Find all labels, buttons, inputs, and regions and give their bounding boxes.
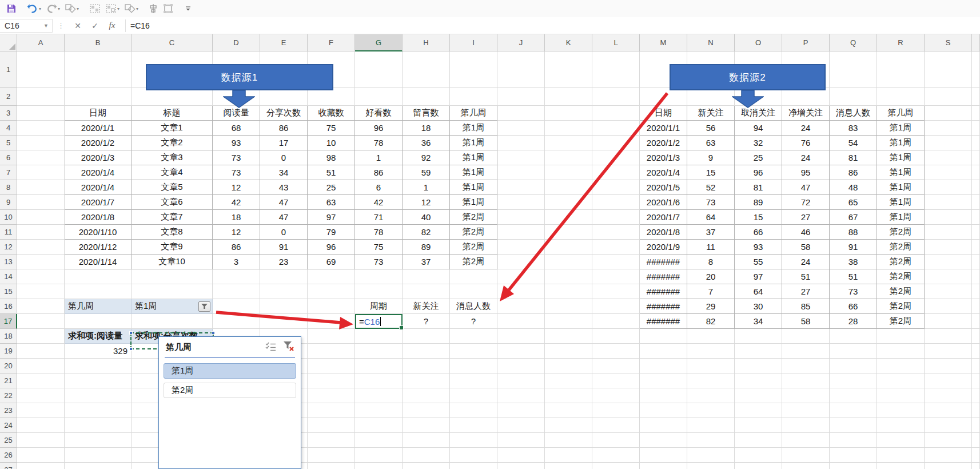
ds1-cell[interactable]: 42 bbox=[355, 195, 403, 210]
cell-F18[interactable] bbox=[308, 329, 355, 344]
cell-M18[interactable] bbox=[640, 329, 687, 344]
column-header-R[interactable]: R bbox=[877, 34, 925, 51]
cell-M25[interactable] bbox=[640, 433, 687, 448]
ds2-cell[interactable]: 67 bbox=[830, 210, 877, 225]
ds1-cell[interactable]: 第1周 bbox=[450, 136, 497, 150]
ds2-cell[interactable]: 95 bbox=[782, 165, 830, 180]
cell-K7[interactable] bbox=[545, 165, 592, 180]
ds1-cell[interactable]: 78 bbox=[355, 225, 403, 240]
cell-G23[interactable] bbox=[355, 403, 403, 418]
ds1-cell[interactable]: 文章7 bbox=[132, 210, 213, 225]
ds2-cell[interactable]: 27 bbox=[782, 284, 830, 299]
cell-N20[interactable] bbox=[687, 359, 735, 373]
cell-N26[interactable] bbox=[687, 448, 735, 463]
cell-K21[interactable] bbox=[545, 373, 592, 388]
cell-A27[interactable] bbox=[17, 463, 65, 469]
cell-I24[interactable] bbox=[450, 418, 497, 433]
cell-S8[interactable] bbox=[925, 180, 972, 195]
cell-E15[interactable] bbox=[260, 284, 308, 299]
shape-subtract-icon[interactable]: ▾ bbox=[122, 2, 140, 15]
ds2-cell[interactable]: 27 bbox=[782, 210, 830, 225]
cell-T22[interactable] bbox=[972, 388, 980, 403]
ds1-cell[interactable]: 36 bbox=[403, 136, 450, 150]
column-header-I[interactable]: I bbox=[450, 34, 497, 51]
cell-Q1[interactable] bbox=[830, 51, 877, 88]
cell-Q24[interactable] bbox=[830, 418, 877, 433]
cell-N21[interactable] bbox=[687, 373, 735, 388]
cell-G1[interactable] bbox=[355, 51, 403, 88]
ds2-cell[interactable]: 88 bbox=[830, 225, 877, 240]
cell-K5[interactable] bbox=[545, 136, 592, 150]
ds2-cell[interactable]: 7 bbox=[687, 284, 735, 299]
ds1-cell[interactable]: 59 bbox=[403, 165, 450, 180]
cell-G25[interactable] bbox=[355, 433, 403, 448]
ds2-cell[interactable]: 93 bbox=[735, 240, 782, 255]
cell-S19[interactable] bbox=[925, 344, 972, 359]
ds2-cell[interactable]: 66 bbox=[735, 225, 782, 240]
ds2-cell[interactable]: 24 bbox=[782, 150, 830, 165]
ds1-cell[interactable]: 18 bbox=[403, 121, 450, 136]
cell-A13[interactable] bbox=[17, 255, 65, 269]
cell-I25[interactable] bbox=[450, 433, 497, 448]
ds1-cell[interactable]: 第2周 bbox=[450, 240, 497, 255]
query-cell-I17[interactable]: ? bbox=[450, 314, 497, 329]
cell-A3[interactable] bbox=[17, 106, 65, 121]
cell-L4[interactable] bbox=[592, 121, 640, 136]
row-header-22[interactable]: 22 bbox=[0, 388, 17, 403]
cell-G18[interactable] bbox=[355, 329, 403, 344]
row-header-15[interactable]: 15 bbox=[0, 284, 17, 299]
cell-J19[interactable] bbox=[497, 344, 545, 359]
cell-S9[interactable] bbox=[925, 195, 972, 210]
ds2-cell[interactable]: 第2周 bbox=[877, 314, 925, 329]
row-header-4[interactable]: 4 bbox=[0, 121, 17, 136]
column-header-S[interactable]: S bbox=[925, 34, 972, 51]
ds1-cell[interactable]: 文章8 bbox=[132, 225, 213, 240]
ds2-cell[interactable]: 第2周 bbox=[877, 269, 925, 284]
row-header-8[interactable]: 8 bbox=[0, 180, 17, 195]
group-icon[interactable] bbox=[87, 2, 102, 15]
cell-N23[interactable] bbox=[687, 403, 735, 418]
ds1-cell[interactable]: 96 bbox=[355, 121, 403, 136]
cell-K24[interactable] bbox=[545, 418, 592, 433]
cell-S13[interactable] bbox=[925, 255, 972, 269]
multi-select-icon[interactable] bbox=[265, 342, 277, 353]
cell-A8[interactable] bbox=[17, 180, 65, 195]
ds1-cell[interactable]: 0 bbox=[260, 225, 308, 240]
ds2-cell[interactable]: 96 bbox=[735, 165, 782, 180]
cell-N27[interactable] bbox=[687, 463, 735, 469]
row-header-6[interactable]: 6 bbox=[0, 150, 17, 165]
cell-K6[interactable] bbox=[545, 150, 592, 165]
ds1-cell[interactable]: 37 bbox=[403, 255, 450, 269]
ds1-cell[interactable]: 2020/1/12 bbox=[65, 240, 132, 255]
cell-E16[interactable] bbox=[260, 299, 308, 314]
cell-A7[interactable] bbox=[17, 165, 65, 180]
cell-O25[interactable] bbox=[735, 433, 782, 448]
cell-I27[interactable] bbox=[450, 463, 497, 469]
ds2-cell[interactable]: 91 bbox=[830, 240, 877, 255]
ds2-cell[interactable]: 第2周 bbox=[877, 225, 925, 240]
cell-K4[interactable] bbox=[545, 121, 592, 136]
ds2-cell[interactable]: 第2周 bbox=[877, 284, 925, 299]
ds1-cell[interactable]: 文章10 bbox=[132, 255, 213, 269]
cell-G2[interactable] bbox=[355, 88, 403, 106]
cell-R27[interactable] bbox=[877, 463, 925, 469]
cell-J27[interactable] bbox=[497, 463, 545, 469]
cell-O23[interactable] bbox=[735, 403, 782, 418]
cell-S6[interactable] bbox=[925, 150, 972, 165]
align-objects-icon[interactable] bbox=[147, 2, 160, 15]
cell-T19[interactable] bbox=[972, 344, 980, 359]
cell-T5[interactable] bbox=[972, 136, 980, 150]
ds1-cell[interactable]: 文章6 bbox=[132, 195, 213, 210]
cell-L10[interactable] bbox=[592, 210, 640, 225]
cell-T16[interactable] bbox=[972, 299, 980, 314]
cell-O26[interactable] bbox=[735, 448, 782, 463]
cell-T11[interactable] bbox=[972, 225, 980, 240]
cell-P18[interactable] bbox=[782, 329, 830, 344]
cell-H25[interactable] bbox=[403, 433, 450, 448]
customize-qat-icon[interactable] bbox=[182, 2, 194, 15]
ds2-cell[interactable]: 58 bbox=[782, 240, 830, 255]
ds1-cell[interactable]: 79 bbox=[308, 225, 355, 240]
cell-J22[interactable] bbox=[497, 388, 545, 403]
ds2-cell[interactable]: 30 bbox=[735, 299, 782, 314]
cell-O24[interactable] bbox=[735, 418, 782, 433]
